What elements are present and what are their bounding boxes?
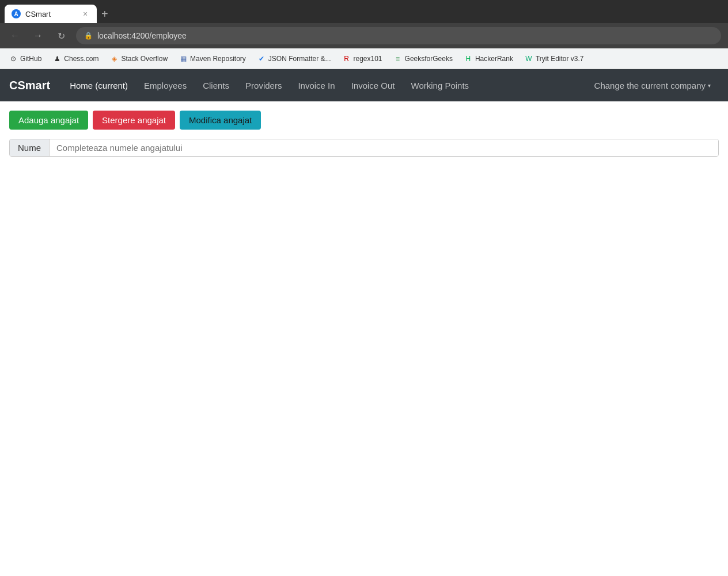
nav-link-providers[interactable]: Providers	[237, 69, 290, 101]
nav-link-invoice-in[interactable]: Invoice In	[290, 69, 343, 101]
modify-employee-button[interactable]: Modifica angajat	[180, 111, 261, 130]
maven-bookmark-label: Maven Repository	[190, 55, 246, 63]
app-navbar: CSmart Home (current)EmployeesClientsPro…	[0, 69, 728, 101]
employee-name-input[interactable]	[50, 139, 718, 156]
bookmark-jsonformatter[interactable]: ✔JSON Formatter &...	[253, 53, 336, 65]
url-bar[interactable]: 🔒 localhost:4200/employee	[76, 27, 721, 44]
bookmark-stackoverflow[interactable]: ◈Stack Overflow	[105, 53, 172, 65]
app-container: CSmart Home (current)EmployeesClientsPro…	[0, 69, 728, 505]
url-text: localhost:4200/employee	[97, 31, 713, 40]
change-company-label: Change the current company	[594, 81, 706, 90]
tab-favicon: A	[12, 9, 21, 18]
search-row: Nume	[9, 139, 719, 157]
github-bookmark-label: GitHub	[20, 55, 41, 63]
geeksforgeeks-bookmark-icon: ≡	[394, 55, 402, 63]
stackoverflow-bookmark-label: Stack Overflow	[121, 55, 168, 63]
tryit-bookmark-label: Tryit Editor v3.7	[536, 55, 584, 63]
tab-close-button[interactable]: ×	[81, 9, 90, 18]
lock-icon: 🔒	[84, 32, 93, 40]
regex101-bookmark-label: regex101	[354, 55, 382, 63]
jsonformatter-bookmark-icon: ✔	[257, 55, 266, 63]
github-bookmark-icon: ⊙	[9, 55, 17, 63]
bookmark-maven[interactable]: ▦Maven Repository	[175, 53, 251, 65]
active-tab[interactable]: A CSmart ×	[5, 5, 97, 23]
bookmark-github[interactable]: ⊙GitHub	[5, 53, 46, 65]
nav-link-clients[interactable]: Clients	[195, 69, 237, 101]
bookmark-regex101[interactable]: Rregex101	[338, 53, 387, 65]
chess-bookmark-label: Chess.com	[64, 55, 98, 63]
bookmarks-bar: ⊙GitHub♟Chess.com◈Stack Overflow▦Maven R…	[0, 48, 728, 69]
nav-links: Home (current)EmployeesClientsProvidersI…	[62, 69, 586, 101]
tryit-bookmark-icon: W	[525, 55, 533, 63]
new-tab-button[interactable]: +	[97, 8, 113, 20]
hackerrank-bookmark-icon: H	[464, 55, 472, 63]
tab-title: CSmart	[25, 10, 76, 18]
delete-employee-button[interactable]: Stergere angajat	[93, 111, 175, 130]
bookmark-geeksforgeeks[interactable]: ≡GeeksforGeeks	[389, 53, 457, 65]
dropdown-arrow-icon: ▾	[708, 82, 711, 89]
nav-link-invoice-out[interactable]: Invoice Out	[343, 69, 403, 101]
action-buttons: Adauga angajat Stergere angajat Modifica…	[9, 111, 719, 130]
jsonformatter-bookmark-label: JSON Formatter &...	[268, 55, 331, 63]
change-company-dropdown[interactable]: Change the current company ▾	[586, 69, 719, 101]
nav-link-employees[interactable]: Employees	[136, 69, 195, 101]
tab-bar: A CSmart × +	[0, 0, 728, 23]
bookmark-chess[interactable]: ♟Chess.com	[48, 53, 103, 65]
stackoverflow-bookmark-icon: ◈	[110, 55, 118, 63]
bookmark-tryit[interactable]: WTryit Editor v3.7	[520, 53, 589, 65]
address-bar: ← → ↻ 🔒 localhost:4200/employee	[0, 23, 728, 48]
geeksforgeeks-bookmark-label: GeeksforGeeks	[405, 55, 453, 63]
nav-link-home[interactable]: Home (current)	[62, 69, 136, 101]
forward-button[interactable]: →	[30, 28, 46, 44]
search-label: Nume	[10, 139, 50, 156]
bookmark-hackerrank[interactable]: HHackerRank	[460, 53, 518, 65]
main-content: Adauga angajat Stergere angajat Modifica…	[0, 101, 728, 505]
add-employee-button[interactable]: Adauga angajat	[9, 111, 88, 130]
browser-chrome: A CSmart × + ← → ↻ 🔒 localhost:4200/empl…	[0, 0, 728, 69]
maven-bookmark-icon: ▦	[179, 55, 187, 63]
nav-link-working-points[interactable]: Working Points	[403, 69, 477, 101]
app-brand[interactable]: CSmart	[9, 79, 50, 92]
regex101-bookmark-icon: R	[343, 55, 351, 63]
refresh-button[interactable]: ↻	[53, 28, 69, 44]
chess-bookmark-icon: ♟	[53, 55, 61, 63]
back-button[interactable]: ←	[7, 28, 23, 44]
hackerrank-bookmark-label: HackerRank	[475, 55, 513, 63]
